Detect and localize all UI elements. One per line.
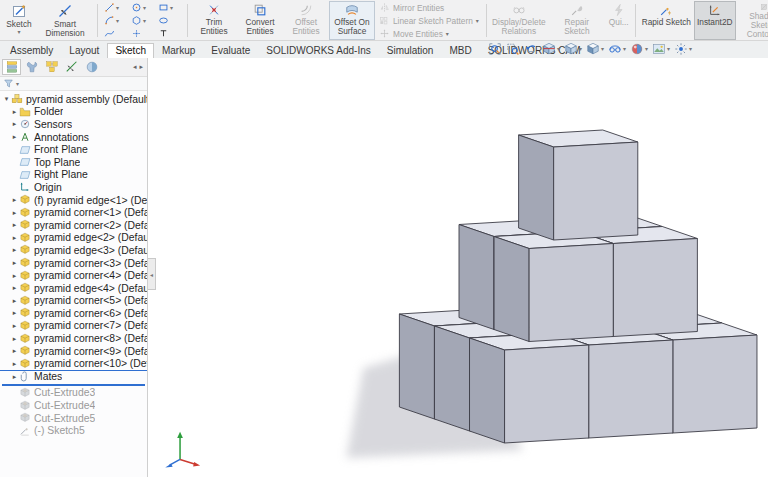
linear-sketch-pattern-button[interactable]: Linear Sketch Pattern▾ (377, 15, 481, 27)
view-settings-button[interactable]: ▾ (673, 42, 693, 56)
tree-filter-row[interactable]: ▾ (0, 77, 147, 91)
tab-mbd[interactable]: MBD (441, 43, 479, 58)
zoom-area-button[interactable] (505, 42, 521, 56)
dropdown-caret-icon[interactable]: ▾ (579, 46, 582, 52)
tree-item-pyramid-edge-4-default[interactable]: ▸pyramid edge<4> (Default) < (0, 282, 147, 295)
instant2d-button[interactable]: Instant2D (694, 1, 736, 40)
chevron-right-icon[interactable]: ▸ (10, 108, 19, 116)
move-entities-button[interactable]: Move Entities▾ (377, 28, 481, 40)
apply-scene-button[interactable]: ▾ (651, 42, 671, 56)
chevron-right-icon[interactable]: ▸ (10, 272, 19, 280)
tree-item-sensors[interactable]: ▸Sensors (0, 118, 147, 131)
tree-item-origin[interactable]: Origin (0, 181, 147, 194)
view-orientation-button[interactable]: ▾ (563, 42, 583, 56)
display-delete-relations-button[interactable]: Display/Delete Relations (490, 1, 548, 40)
spline-tool-button[interactable] (102, 27, 129, 40)
previous-view-button[interactable] (523, 42, 539, 56)
chevron-right-icon[interactable]: ▸ (10, 335, 19, 343)
tree-item-pyramid-corner-8-default[interactable]: ▸pyramid corner<8> (Default) (0, 332, 147, 345)
tree-item-pyramid-corner-9-default[interactable]: ▸pyramid corner<9> (Default) (0, 345, 147, 358)
circle-tool-button[interactable]: ▾ (129, 2, 156, 15)
tab-assembly[interactable]: Assembly (2, 43, 61, 58)
tree-item-mates[interactable]: ▸Mates (0, 370, 147, 383)
chevron-right-icon[interactable]: ▸ (10, 133, 19, 141)
tree-item-cut-extrude5[interactable]: Cut-Extrude5 (0, 412, 147, 425)
tab-markup[interactable]: Markup (154, 43, 203, 58)
panel-tab-configurationmanager[interactable] (42, 59, 61, 75)
tab-sketch[interactable]: Sketch (107, 43, 154, 58)
chevron-right-icon[interactable]: ▸ (10, 209, 19, 217)
graphics-area[interactable] (148, 58, 768, 477)
tree-item-pyramid-corner-2-default[interactable]: ▸pyramid corner<2> (Default) (0, 219, 147, 232)
tree-item-cut-extrude4[interactable]: Cut-Extrude4 (0, 399, 147, 412)
tree-item-pyramid-corner-1-default[interactable]: ▸pyramid corner<1> (Default) (0, 206, 147, 219)
chevron-right-icon[interactable]: ▸ (10, 234, 19, 242)
tree-item-top-plane[interactable]: Top Plane (0, 156, 147, 169)
dropdown-caret-icon[interactable]: ▾ (17, 29, 20, 35)
arc-tool-button[interactable]: ▾ (102, 14, 129, 27)
tree-item-pyramid-corner-10-default[interactable]: ▸pyramid corner<10> (Default (0, 357, 147, 370)
tab-solidworks-add-ins[interactable]: SOLIDWORKS Add-Ins (258, 43, 378, 58)
tree-item-pyramid-corner-6-default[interactable]: ▸pyramid corner<6> (Default) (0, 307, 147, 320)
tree-item-annotations[interactable]: ▸Annotations (0, 131, 147, 144)
offset-entities-button[interactable]: Offset Entities (283, 1, 329, 40)
hide-show-items-button[interactable]: ▾ (607, 42, 627, 56)
offset-on-surface-button[interactable]: Offset On Surface (329, 1, 375, 40)
dropdown-caret-icon[interactable]: ▾ (116, 5, 119, 11)
chevron-right-icon[interactable]: ▸ (10, 347, 19, 355)
chevron-down-icon[interactable]: ▾ (2, 95, 11, 103)
panel-tab-scroll-right-icon[interactable]: ▸ (139, 63, 143, 71)
rectangle-tool-button[interactable]: ▾ (156, 2, 183, 15)
chevron-right-icon[interactable]: ▸ (10, 322, 19, 330)
polygon-tool-button[interactable]: ▾ (129, 14, 156, 27)
chevron-right-icon[interactable]: ▸ (10, 259, 19, 267)
tree-item-pyramid-corner-7-default[interactable]: ▸pyramid corner<7> (Default) (0, 320, 147, 333)
tree-item-f-pyramid-edge-1-default[interactable]: ▸(f) pyramid edge<1> (Default (0, 194, 147, 207)
mirror-entities-button[interactable]: Mirror Entities (377, 2, 481, 14)
ellipse-tool-button[interactable] (156, 14, 183, 27)
tree-item-pyramid-edge-3-default[interactable]: ▸pyramid edge<3> (Default) < (0, 244, 147, 257)
chevron-right-icon[interactable]: ▸ (10, 360, 19, 368)
dropdown-caret-icon[interactable]: ▾ (623, 46, 626, 52)
line-tool-button[interactable]: ▾ (102, 2, 129, 15)
tree-item-pyramid-corner-5-default[interactable]: ▸pyramid corner<5> (Default) (0, 295, 147, 308)
display-style-button[interactable]: ▾ (585, 42, 605, 56)
section-view-button[interactable]: ▾ (541, 42, 561, 56)
tree-item-pyramid-corner-3-default[interactable]: ▸pyramid corner<3> (Default) (0, 257, 147, 270)
chevron-right-icon[interactable]: ▸ (10, 309, 19, 317)
dropdown-caret-icon[interactable]: ▾ (170, 5, 173, 11)
tab-evaluate[interactable]: Evaluate (203, 43, 258, 58)
dropdown-caret-icon[interactable]: ▾ (645, 46, 648, 52)
tree-item-sketch5[interactable]: (-) Sketch5 (0, 424, 147, 437)
panel-tab-propertymanager[interactable] (22, 59, 41, 75)
filter-caret[interactable]: ▾ (16, 81, 19, 87)
chevron-right-icon[interactable]: ▸ (10, 297, 19, 305)
repair-sketch-button[interactable]: Repair Sketch (548, 1, 606, 40)
chevron-right-icon[interactable]: ▸ (10, 120, 19, 128)
dropdown-caret-icon[interactable]: ▾ (601, 46, 604, 52)
trim-entities-button[interactable]: Trim Entities (191, 1, 237, 40)
tree-item-right-plane[interactable]: Right Plane (0, 169, 147, 182)
chevron-right-icon[interactable]: ▸ (10, 221, 19, 229)
zoom-fit-button[interactable] (487, 42, 503, 56)
dropdown-caret-icon[interactable]: ▾ (446, 31, 449, 37)
dropdown-caret-icon[interactable]: ▾ (557, 46, 560, 52)
edit-appearance-button[interactable]: ▾ (629, 42, 649, 56)
panel-tab-dimxpertmanager[interactable] (62, 59, 81, 75)
panel-tab-displaymanager[interactable] (82, 59, 101, 75)
point-tool-button[interactable] (129, 27, 156, 40)
rollback-bar[interactable] (2, 384, 145, 386)
text-tool-button[interactable] (156, 27, 183, 40)
panel-tab-featuremanager[interactable] (2, 59, 21, 75)
tree-item-pyramid-assembly-default-dis[interactable]: ▾pyramid assembly (Default) <Dis (0, 93, 147, 106)
qui-button[interactable]: Qui... (606, 1, 632, 40)
smart-dimension-button[interactable]: Smart Dimension (36, 1, 94, 39)
tab-simulation[interactable]: Simulation (379, 43, 442, 58)
dropdown-caret-icon[interactable]: ▾ (689, 46, 692, 52)
tree-item-folder[interactable]: ▸Folder (0, 106, 147, 119)
chevron-right-icon[interactable]: ▸ (10, 196, 19, 204)
rapid-sketch-button[interactable]: Rapid Sketch (639, 1, 694, 40)
panel-collapse-handle[interactable]: ◂ (148, 258, 156, 290)
tree-item-pyramid-corner-4-default[interactable]: ▸pyramid corner<4> (Default) (0, 269, 147, 282)
shaded-sketch-contours-button[interactable]: Shaded Sketch Contours (736, 1, 768, 40)
